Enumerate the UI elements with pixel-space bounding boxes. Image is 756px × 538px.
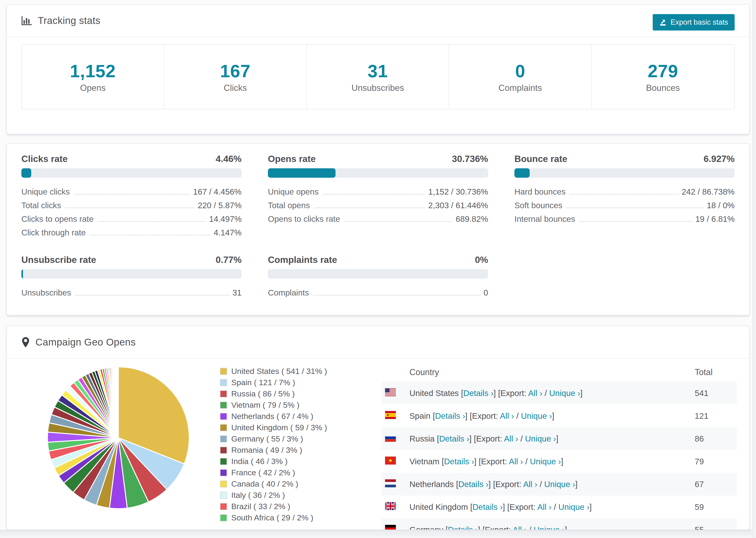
rate-title-bounce: Bounce rate bbox=[514, 154, 567, 164]
rate-pct-unsubscribe: 0.77% bbox=[216, 255, 242, 265]
flag-nl-icon bbox=[385, 479, 396, 489]
legend-label-romania: Romania ( 49 / 3% ) bbox=[231, 446, 302, 455]
rate-card-head-unsubscribe: Unsubscribe rate0.77% bbox=[21, 255, 242, 265]
country-cell: Russia [Details ›] [Export: All › / Uniq… bbox=[409, 434, 695, 443]
details-link-netherlands[interactable]: Details › bbox=[458, 480, 488, 489]
rate-row-total-clicks: Total clicks220 / 5.87% bbox=[21, 201, 242, 211]
flag-cell bbox=[381, 525, 409, 530]
complaints-rate-progressbar bbox=[268, 269, 488, 279]
rate-row-value: 167 / 4.456% bbox=[193, 187, 242, 197]
rate-card-head-complaints: Complaints rate0% bbox=[268, 255, 488, 265]
country-total-germany: 55 bbox=[695, 525, 737, 530]
page-bottom-strip bbox=[0, 530, 756, 538]
legend-swatch-vietnam bbox=[220, 402, 227, 409]
export-all-link-vietnam[interactable]: All › bbox=[509, 457, 523, 466]
rate-row-soft-bounces: Soft bounces18 / 0% bbox=[514, 201, 735, 211]
export-all-link-united-kingdom[interactable]: All › bbox=[537, 502, 552, 511]
export-unique-link-united-kingdom[interactable]: Unique › bbox=[558, 502, 589, 511]
stat-unsubscribes: 31Unsubscribes bbox=[307, 45, 449, 109]
export-unique-link-germany[interactable]: Unique › bbox=[534, 525, 565, 530]
bracket-text: / bbox=[518, 434, 525, 443]
dotted-leader bbox=[570, 194, 678, 194]
bracket-text: ] bbox=[561, 457, 563, 466]
details-link-united-states[interactable]: Details › bbox=[463, 389, 494, 398]
legend-swatch-russia bbox=[220, 390, 227, 398]
rate-row-label: Total clicks bbox=[21, 201, 61, 211]
rate-row-value: 31 bbox=[233, 288, 242, 298]
export-all-link-russia[interactable]: All › bbox=[504, 434, 518, 443]
country-total-russia: 86 bbox=[695, 434, 737, 443]
legend-label-france: France ( 42 / 2% ) bbox=[231, 468, 295, 477]
rate-card-head-clicks: Clicks rate4.46% bbox=[21, 154, 242, 164]
legend-swatch-united-kingdom bbox=[220, 424, 227, 431]
rate-row-value: 14.497% bbox=[209, 214, 242, 224]
rate-pct-opens: 30.736% bbox=[452, 154, 488, 164]
country-cell: Germany [Details ›] [Export: All › / Uni… bbox=[409, 525, 695, 530]
country-name: United States bbox=[409, 389, 459, 398]
geo-table-row-russia: Russia [Details ›] [Export: All › / Uniq… bbox=[381, 427, 737, 450]
dotted-leader bbox=[567, 207, 703, 208]
bar-chart-icon bbox=[21, 16, 32, 26]
rate-row-label: Total opens bbox=[268, 201, 310, 211]
rate-rows-bounce: Hard bounces242 / 86.738%Soft bounces18 … bbox=[514, 187, 735, 224]
export-basic-stats-button[interactable]: Export basic stats bbox=[653, 14, 735, 30]
rate-row-value: 220 / 5.87% bbox=[198, 201, 242, 211]
rate-row-label: Opens to clicks rate bbox=[268, 214, 340, 224]
bracket-text: ] bbox=[556, 434, 558, 443]
export-all-link-germany[interactable]: All › bbox=[513, 525, 527, 530]
stat-value-bounces: 279 bbox=[648, 61, 678, 81]
legend-label-canada: Canada ( 40 / 2% ) bbox=[231, 479, 298, 488]
flag-cell bbox=[381, 479, 409, 489]
clicks-rate-progressbar bbox=[21, 168, 242, 178]
geo-table-row-united-states: United States [Details ›] [Export: All ›… bbox=[381, 382, 737, 404]
dotted-leader bbox=[75, 295, 229, 296]
country-name: Vietnam bbox=[409, 457, 440, 466]
export-unique-link-spain[interactable]: Unique › bbox=[521, 411, 552, 420]
country-name: Netherlands bbox=[409, 480, 454, 489]
details-link-germany[interactable]: Details › bbox=[448, 525, 478, 530]
rate-row-unique-clicks: Unique clicks167 / 4.456% bbox=[21, 187, 242, 197]
geo-table-row-spain: Spain [Details ›] [Export: All › / Uniqu… bbox=[381, 404, 737, 427]
details-link-united-kingdom[interactable]: Details › bbox=[473, 502, 503, 511]
export-unique-link-russia[interactable]: Unique › bbox=[525, 434, 556, 443]
bracket-text: [ bbox=[435, 434, 439, 443]
clicks-rate-progressbar-fill bbox=[21, 168, 31, 178]
bounce-rate-progressbar-fill bbox=[514, 168, 530, 178]
bracket-text: [ bbox=[440, 457, 444, 466]
export-unique-link-netherlands[interactable]: Unique › bbox=[544, 480, 575, 489]
export-all-link-united-states[interactable]: All › bbox=[528, 389, 542, 398]
unsubscribe-rate-progressbar bbox=[21, 269, 242, 279]
scrollbar[interactable] bbox=[752, 0, 756, 538]
rate-row-value: 1,152 / 30.736% bbox=[428, 187, 488, 197]
rate-row-value: 689.82% bbox=[456, 214, 488, 224]
legend-swatch-south-africa bbox=[220, 514, 227, 521]
details-link-vietnam[interactable]: Details › bbox=[444, 457, 474, 466]
export-all-link-netherlands[interactable]: All › bbox=[523, 480, 537, 489]
stat-label-opens: Opens bbox=[80, 83, 106, 93]
unsubscribe-rate-progressbar-fill bbox=[21, 269, 23, 279]
flag-de-icon bbox=[385, 525, 396, 530]
details-link-russia[interactable]: Details › bbox=[439, 434, 469, 443]
summary-stats: 1,152Opens167Clicks31Unsubscribes0Compla… bbox=[21, 44, 735, 109]
legend-item-vietnam: Vietnam ( 79 / 5% ) bbox=[220, 401, 348, 409]
export-icon bbox=[659, 19, 667, 26]
export-unique-link-united-states[interactable]: Unique › bbox=[549, 389, 580, 398]
rate-row-click-through-rate: Click through rate4.147% bbox=[21, 228, 242, 238]
rate-row-value: 242 / 86.738% bbox=[681, 187, 735, 197]
details-link-spain[interactable]: Details › bbox=[435, 411, 465, 420]
bracket-text: / bbox=[552, 502, 558, 511]
bracket-text: / bbox=[514, 411, 521, 420]
geo-opens-body: United States ( 541 / 31% )Spain ( 121 /… bbox=[7, 359, 749, 530]
flag-gb-icon bbox=[385, 502, 396, 512]
dotted-leader bbox=[314, 207, 425, 208]
geo-opens-title: Campaign Geo Opens bbox=[35, 337, 136, 348]
rate-rows-clicks: Unique clicks167 / 4.456%Total clicks220… bbox=[21, 187, 242, 238]
rate-title-opens: Opens rate bbox=[268, 154, 316, 164]
dotted-leader bbox=[323, 194, 425, 194]
stat-value-complaints: 0 bbox=[515, 61, 525, 81]
dotted-leader bbox=[65, 207, 194, 208]
country-total-netherlands: 67 bbox=[695, 480, 737, 489]
rate-title-clicks: Clicks rate bbox=[21, 154, 68, 164]
export-all-link-spain[interactable]: All › bbox=[500, 411, 514, 420]
export-unique-link-vietnam[interactable]: Unique › bbox=[530, 457, 561, 466]
